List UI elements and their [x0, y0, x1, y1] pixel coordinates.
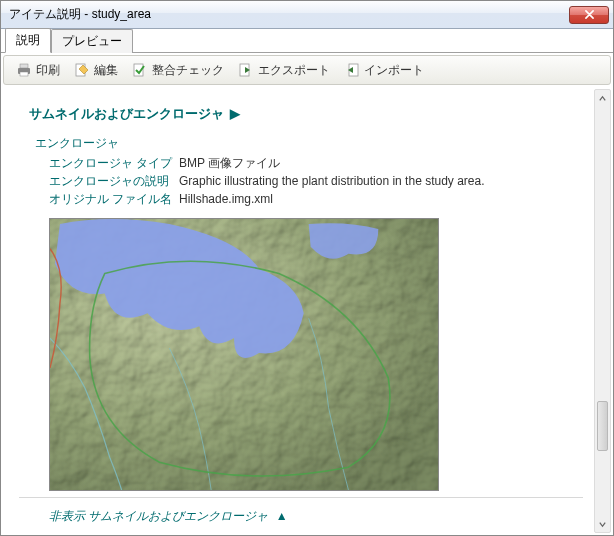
export-button[interactable]: エクスポート: [232, 59, 336, 82]
vertical-scrollbar[interactable]: [594, 89, 611, 533]
close-button[interactable]: [569, 6, 609, 24]
separator: [19, 497, 583, 498]
validate-label: 整合チェック: [152, 62, 224, 79]
close-icon: [585, 10, 594, 19]
label-enclosure-desc: エンクロージャの説明: [49, 172, 179, 190]
section-title: サムネイルおよびエンクロージャ: [29, 106, 224, 121]
value-enclosure-desc: Graphic illustrating the plant distribut…: [179, 172, 485, 190]
tab-strip: 説明 プレビュー: [1, 29, 613, 53]
thumbnail-image: [49, 218, 439, 491]
value-enclosure-type: BMP 画像ファイル: [179, 154, 280, 172]
export-label: エクスポート: [258, 62, 330, 79]
edit-label: 編集: [94, 62, 118, 79]
edit-icon: [74, 62, 90, 78]
export-icon: [238, 62, 254, 78]
check-icon: [132, 62, 148, 78]
chevron-up-icon: [598, 94, 607, 103]
hide-label: 非表示 サムネイルおよびエンクロージャ: [49, 509, 268, 523]
window-title: アイテム説明 - study_area: [9, 6, 569, 23]
print-button[interactable]: 印刷: [10, 59, 66, 82]
tab-preview[interactable]: プレビュー: [51, 29, 133, 53]
svg-rect-1: [20, 64, 28, 68]
toolbar: 印刷 編集 整合チェック エクスポート インポート: [3, 55, 611, 85]
scroll-up-button[interactable]: [595, 90, 610, 106]
hide-section-link[interactable]: 非表示 サムネイルおよびエンクロージャ ▲: [49, 508, 583, 525]
validate-button[interactable]: 整合チェック: [126, 59, 230, 82]
section-thumbnails-heading[interactable]: サムネイルおよびエンクロージャ ▶: [29, 105, 583, 123]
collapse-arrow-icon: ▲: [276, 509, 288, 523]
import-button[interactable]: インポート: [338, 59, 430, 82]
import-label: インポート: [364, 62, 424, 79]
row-enclosure-type: エンクロージャ タイプ BMP 画像ファイル: [49, 154, 583, 172]
expand-arrow-icon: ▶: [230, 106, 240, 121]
scroll-down-button[interactable]: [595, 516, 610, 532]
scroll-viewport: サムネイルおよびエンクロージャ ▶ エンクロージャ エンクロージャ タイプ BM…: [9, 93, 591, 533]
tab-description[interactable]: 説明: [5, 28, 51, 53]
enclosure-heading: エンクロージャ: [35, 135, 583, 152]
scroll-thumb[interactable]: [597, 401, 608, 451]
import-icon: [344, 62, 360, 78]
chevron-down-icon: [598, 520, 607, 529]
value-original-filename: Hillshade.img.xml: [179, 190, 273, 208]
print-label: 印刷: [36, 62, 60, 79]
edit-button[interactable]: 編集: [68, 59, 124, 82]
svg-rect-2: [20, 72, 28, 76]
row-original-filename: オリジナル ファイル名 Hillshade.img.xml: [49, 190, 583, 208]
titlebar: アイテム説明 - study_area: [1, 1, 613, 29]
content-area: サムネイルおよびエンクロージャ ▶ エンクロージャ エンクロージャ タイプ BM…: [1, 87, 613, 535]
scroll-track[interactable]: [595, 106, 610, 516]
label-original-filename: オリジナル ファイル名: [49, 190, 179, 208]
label-enclosure-type: エンクロージャ タイプ: [49, 154, 179, 172]
row-enclosure-desc: エンクロージャの説明 Graphic illustrating the plan…: [49, 172, 583, 190]
print-icon: [16, 62, 32, 78]
